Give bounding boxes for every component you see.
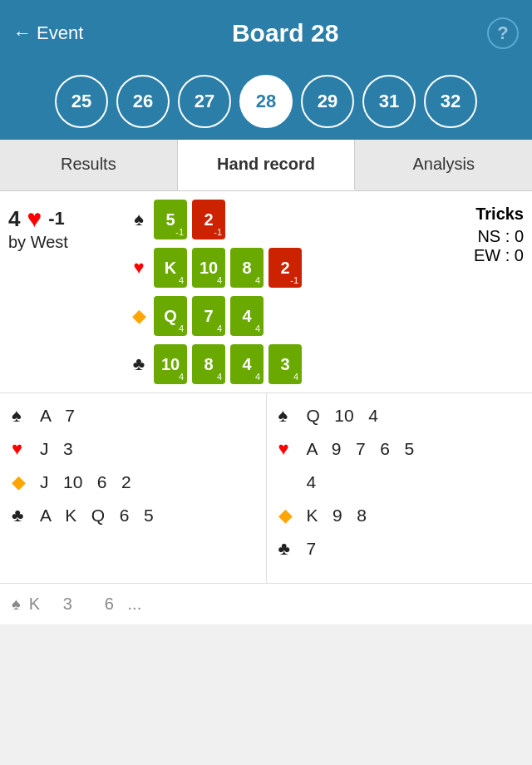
card-heart-2: 2 -1 bbox=[268, 248, 302, 288]
help-icon: ? bbox=[497, 22, 508, 44]
board-tab-bar: 25 26 27 28 29 31 32 bbox=[0, 67, 532, 140]
spade-suit-icon: ♠ bbox=[129, 209, 149, 230]
card-row-diamonds: ◆ Q 4 7 4 4 4 bbox=[129, 296, 416, 336]
east-clubs-row: ♣ 7 bbox=[278, 538, 521, 560]
contract-number: 4 bbox=[8, 206, 20, 232]
tricks-ns: NS : 0 bbox=[416, 227, 524, 246]
west-spade-cards: A 7 bbox=[40, 406, 75, 426]
board-tab-28[interactable]: 28 bbox=[239, 75, 293, 128]
card-club-10: 10 4 bbox=[154, 344, 187, 384]
page-title: Board 28 bbox=[232, 19, 338, 47]
east-spades-row: ♠ Q 10 4 bbox=[278, 405, 521, 427]
west-heart-cards: J 3 bbox=[40, 439, 73, 459]
card-spade-5: 5 -1 bbox=[154, 200, 187, 239]
contract-penalty: -1 bbox=[48, 208, 65, 230]
east-diamond-indent-icon: ◆ bbox=[278, 471, 300, 493]
east-diamond-icon: ◆ bbox=[278, 505, 300, 526]
east-spade-icon: ♠ bbox=[278, 405, 300, 427]
card-spade-2: 2 -1 bbox=[192, 200, 225, 239]
east-hand: ♠ Q 10 4 ♥ A 9 7 6 5 ◆ 4 ◆ K 9 8 ♣ 7 bbox=[267, 393, 533, 583]
contract-by: by West bbox=[8, 233, 129, 252]
board-tab-32[interactable]: 32 bbox=[424, 75, 477, 128]
club-suit-icon: ♣ bbox=[129, 353, 149, 375]
back-button[interactable]: ← Event bbox=[13, 22, 83, 44]
contract-info: 4 ♥ -1 by West bbox=[8, 200, 129, 252]
card-heart-10: 10 4 bbox=[192, 248, 225, 288]
diamond-suit-icon: ◆ bbox=[129, 305, 149, 327]
west-diamonds-row: ◆ J 10 6 2 bbox=[12, 471, 254, 493]
east-heart-cards: A 9 7 6 5 bbox=[307, 439, 415, 459]
card-club-8: 8 4 bbox=[192, 344, 225, 384]
west-diamond-cards: J 10 6 2 bbox=[40, 472, 131, 492]
bottom-row: ♠ K 3 6 ... bbox=[0, 583, 532, 624]
card-heart-K: K 4 bbox=[154, 248, 187, 288]
card-club-4: 4 4 bbox=[230, 344, 264, 384]
west-diamond-icon: ◆ bbox=[12, 471, 33, 493]
heart-suit-icon: ♥ bbox=[129, 257, 149, 279]
east-club-cards: 7 bbox=[307, 539, 317, 559]
board-tab-27[interactable]: 27 bbox=[178, 75, 231, 128]
card-row-clubs: ♣ 10 4 8 4 4 4 3 4 bbox=[129, 344, 416, 384]
east-spade-cards: Q 10 4 bbox=[307, 406, 378, 426]
section-tab-bar: Results Hand record Analysis bbox=[0, 140, 532, 191]
tab-analysis[interactable]: Analysis bbox=[355, 140, 532, 190]
card-diamond-Q: Q 4 bbox=[154, 296, 187, 336]
board-tab-31[interactable]: 31 bbox=[362, 75, 416, 128]
card-heart-8: 8 4 bbox=[230, 248, 264, 288]
bottom-spade-icon: ♠ bbox=[12, 595, 21, 614]
tricks-label: Tricks bbox=[416, 205, 524, 224]
west-spade-icon: ♠ bbox=[12, 405, 33, 427]
bottom-placeholder: K 3 6 ... bbox=[29, 595, 142, 614]
top-section: 4 ♥ -1 by West ♠ 5 -1 2 -1 ♥ K 4 bbox=[0, 191, 532, 392]
west-club-cards: A K Q 6 5 bbox=[40, 506, 154, 526]
east-hearts-row: ♥ A 9 7 6 5 bbox=[278, 438, 521, 460]
board-tab-29[interactable]: 29 bbox=[301, 75, 354, 128]
card-row-spades: ♠ 5 -1 2 -1 bbox=[129, 200, 416, 239]
tab-results[interactable]: Results bbox=[0, 140, 178, 190]
east-club-icon: ♣ bbox=[278, 538, 300, 560]
west-hearts-row: ♥ J 3 bbox=[12, 438, 254, 460]
card-row-hearts: ♥ K 4 10 4 8 4 2 -1 bbox=[129, 248, 416, 288]
back-icon: ← bbox=[13, 22, 32, 44]
tricks-panel: Tricks NS : 0 EW : 0 bbox=[416, 200, 524, 265]
east-diamond-cards: K 9 8 bbox=[307, 506, 367, 526]
header: ← Event Board 28 ? bbox=[0, 0, 532, 67]
west-hand: ♠ A 7 ♥ J 3 ◆ J 10 6 2 ♣ A K Q 6 5 bbox=[0, 393, 267, 583]
help-button[interactable]: ? bbox=[487, 17, 519, 49]
card-diamond-7: 7 4 bbox=[192, 296, 225, 336]
tab-hand-record[interactable]: Hand record bbox=[178, 140, 356, 190]
west-heart-icon: ♥ bbox=[12, 438, 33, 460]
card-club-3: 3 4 bbox=[268, 344, 302, 384]
board-tab-25[interactable]: 25 bbox=[55, 75, 108, 128]
east-heart-icon: ♥ bbox=[278, 438, 300, 460]
west-clubs-row: ♣ A K Q 6 5 bbox=[12, 505, 254, 526]
tricks-ew: EW : 0 bbox=[416, 246, 524, 265]
board-tab-26[interactable]: 26 bbox=[116, 75, 170, 128]
card-grid: ♠ 5 -1 2 -1 ♥ K 4 10 4 8 4 bbox=[129, 200, 416, 392]
card-diamond-4: 4 4 bbox=[230, 296, 264, 336]
back-label: Event bbox=[37, 22, 83, 44]
east-diamond-indent-row: ◆ 4 bbox=[278, 471, 521, 493]
west-spades-row: ♠ A 7 bbox=[12, 405, 254, 427]
hands-section: ♠ A 7 ♥ J 3 ◆ J 10 6 2 ♣ A K Q 6 5 ♠ Q 1… bbox=[0, 392, 532, 583]
west-club-icon: ♣ bbox=[12, 505, 33, 526]
east-diamonds-row: ◆ K 9 8 bbox=[278, 505, 521, 526]
east-diamond-indent-cards: 4 bbox=[307, 472, 317, 492]
contract-suit: ♥ bbox=[27, 205, 42, 233]
